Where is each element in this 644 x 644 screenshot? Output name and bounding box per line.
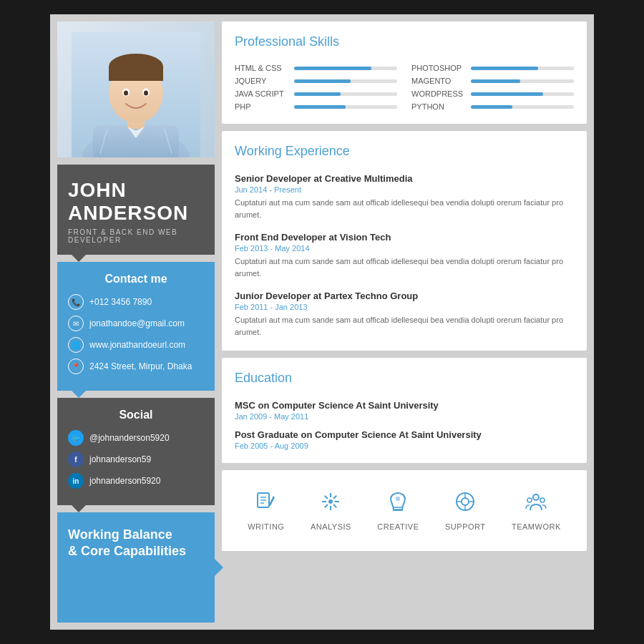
skill-name: PHP — [235, 102, 288, 111]
globe-icon: 🌐 — [68, 337, 84, 353]
contact-address: 📍 2424 Street, Mirpur, Dhaka — [68, 358, 204, 374]
skill-bar-bg — [294, 92, 397, 96]
facebook-icon: f — [68, 452, 84, 467]
photo-box — [57, 21, 215, 157]
svg-line-23 — [325, 496, 328, 499]
exp-date: Feb 2011 - Jan 2013 — [235, 303, 574, 311]
skill-name: HTML & CSS — [235, 64, 288, 72]
social-linkedin: in johnanderson5920 — [68, 473, 204, 489]
edu-date: Feb 2005 - Aug 2009 — [235, 441, 574, 450]
skill-bar-bg — [294, 67, 397, 70]
education-title: Education — [235, 371, 574, 390]
skill-row-right: PYTHON — [411, 102, 574, 111]
skill-name: JQUERY — [235, 77, 288, 85]
skill-bar-bg — [294, 105, 397, 109]
writing-icon — [255, 490, 278, 518]
last-name: ANDERSON — [68, 202, 204, 225]
skill-row-right: WORDPRESS — [411, 89, 574, 98]
creative-icon — [386, 490, 409, 518]
person-title: FRONT & BACK END WEB DEVELOPER — [68, 228, 204, 244]
skill-row-left: JQUERY — [235, 77, 397, 85]
skill-bar-fill — [294, 79, 351, 83]
exp-job-title: Front End Developer at Vision Tech — [235, 232, 574, 243]
capabilities-title: Working Balance & Core Capabilities — [68, 527, 204, 560]
skill-name: MAGENTO — [411, 77, 465, 85]
cap-icon-label: ANALYSIS — [311, 522, 351, 531]
support-icon — [454, 490, 477, 518]
skill-bar-bg — [471, 67, 574, 70]
left-column: JOHN ANDERSON FRONT & BACK END WEB DEVEL… — [57, 21, 215, 623]
right-column: Professional Skills HTML & CSS PHOTOSHOP… — [222, 21, 587, 623]
svg-point-9 — [124, 91, 128, 96]
exp-desc: Cuptaturi aut ma cum sande sam aut offic… — [235, 314, 574, 338]
skill-bar-bg — [471, 79, 574, 83]
contact-email: ✉ jonathandoe@gmail.com — [68, 316, 204, 331]
social-facebook: f johnanderson59 — [68, 452, 204, 467]
skill-bar-fill — [294, 92, 341, 96]
contact-box: Contact me 📞 +012 3456 7890 ✉ jonathando… — [57, 262, 215, 391]
education-card: Education MSC on Computer Science At Sai… — [222, 358, 587, 463]
skill-bar-fill — [471, 67, 538, 70]
cap-icon-label: TEAMWORK — [512, 522, 561, 531]
skill-bar-bg — [471, 92, 574, 96]
skill-row-left: JAVA SCRIPT — [235, 89, 397, 98]
experience-item: Front End Developer at Vision Tech Feb 2… — [235, 232, 574, 279]
skill-row-left: PHP — [235, 102, 397, 111]
svg-line-25 — [333, 496, 336, 499]
skill-row-right: MAGENTO — [411, 77, 574, 85]
teamwork-icon — [525, 490, 547, 518]
skill-row-right: PHOTOSHOP — [411, 64, 574, 72]
skill-bar-fill — [471, 105, 512, 109]
capability-writing: WRITING — [248, 490, 284, 531]
analysis-icon — [319, 490, 342, 518]
capabilities-icons-card: WRITING ANALYSIS CREATIVE SUPPORT TEAMWO… — [222, 470, 587, 551]
location-icon: 📍 — [68, 358, 84, 374]
social-box: Social 🐦 @johnanderson5920 f johnanderso… — [57, 398, 215, 505]
phone-icon: 📞 — [68, 294, 84, 310]
skill-row-left: HTML & CSS — [235, 64, 397, 72]
skills-grid: HTML & CSS PHOTOSHOP JQUERY MAGENTO JAVA… — [235, 64, 574, 111]
svg-line-26 — [325, 504, 328, 507]
exp-desc: Cuptaturi aut ma cum sande sam aut offic… — [235, 255, 574, 279]
education-item: Post Graduate on Computer Science At Sai… — [235, 429, 574, 450]
experience-item: Senior Developer at Creative Multimedia … — [235, 173, 574, 220]
skill-name: PYTHON — [411, 102, 465, 111]
skill-bar-bg — [471, 105, 574, 109]
email-icon: ✉ — [68, 316, 84, 331]
skills-card: Professional Skills HTML & CSS PHOTOSHOP… — [222, 21, 587, 124]
capability-teamwork: TEAMWORK — [512, 490, 561, 531]
skill-name: JAVA SCRIPT — [235, 89, 288, 98]
svg-point-31 — [462, 498, 469, 505]
first-name: JOHN — [68, 179, 204, 202]
svg-point-36 — [533, 494, 539, 500]
exp-date: Feb 2013 - May 2014 — [235, 244, 574, 253]
contact-title: Contact me — [68, 273, 204, 286]
svg-point-38 — [540, 498, 545, 502]
social-twitter: 🐦 @johnanderson5920 — [68, 430, 204, 446]
skill-bar-fill — [471, 79, 520, 83]
resume-wrapper: JOHN ANDERSON FRONT & BACK END WEB DEVEL… — [50, 14, 594, 630]
social-title: Social — [68, 409, 204, 421]
edu-date: Jan 2009 - May 2011 — [235, 412, 574, 421]
cap-icon-label: WRITING — [248, 522, 284, 531]
twitter-icon: 🐦 — [68, 430, 84, 446]
contact-phone: 📞 +012 3456 7890 — [68, 294, 204, 310]
skill-name: PHOTOSHOP — [411, 64, 465, 72]
experience-item: Junior Developer at Partex Techno Group … — [235, 291, 574, 338]
experience-list: Senior Developer at Creative Multimedia … — [235, 173, 574, 338]
edu-degree: Post Graduate on Computer Science At Sai… — [235, 429, 574, 440]
cap-icon-label: CREATIVE — [377, 522, 419, 531]
capability-support: SUPPORT — [445, 490, 485, 531]
svg-line-24 — [333, 504, 336, 507]
capability-analysis: ANALYSIS — [311, 490, 351, 531]
name-box: JOHN ANDERSON FRONT & BACK END WEB DEVEL… — [57, 165, 215, 255]
capabilities-box: Working Balance & Core Capabilities — [57, 512, 215, 623]
skill-bar-fill — [294, 67, 371, 70]
svg-point-18 — [328, 499, 333, 504]
education-list: MSC on Computer Science At Saint Univers… — [235, 400, 574, 450]
svg-point-10 — [144, 91, 148, 96]
exp-job-title: Junior Developer at Partex Techno Group — [235, 291, 574, 301]
svg-point-29 — [396, 497, 400, 501]
skill-name: WORDPRESS — [411, 89, 465, 98]
skills-title: Professional Skills — [235, 34, 574, 54]
